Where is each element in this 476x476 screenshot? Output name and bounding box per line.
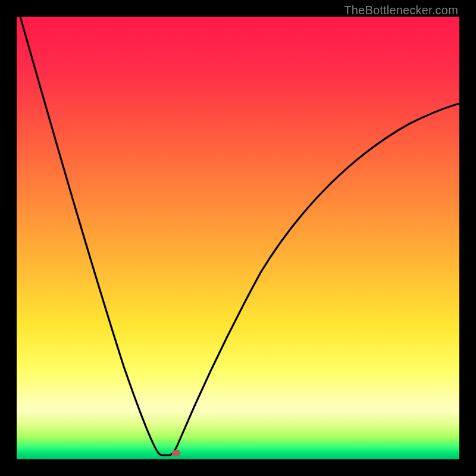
optimal-marker (172, 450, 180, 456)
outer-frame: TheBottlenecker.com (0, 0, 476, 476)
watermark-text: TheBottlenecker.com (344, 4, 458, 17)
bottleneck-curve (17, 17, 459, 459)
curve-path (20, 17, 459, 455)
